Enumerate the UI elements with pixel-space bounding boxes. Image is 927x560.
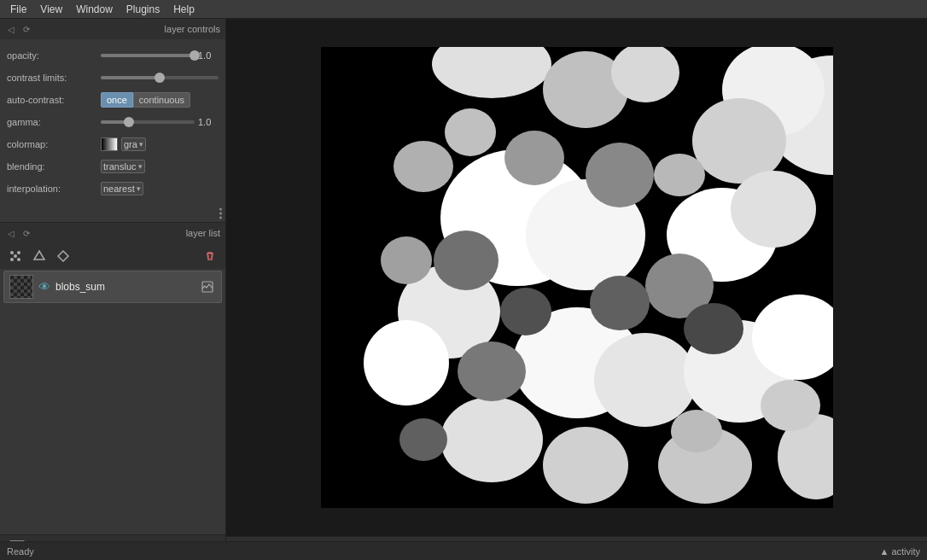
svg-point-0 [10, 251, 14, 254]
add-shapes-button[interactable] [29, 246, 50, 266]
contrast-limits-label: contrast limits: [7, 73, 101, 83]
colormap-arrow-icon: ▾ [139, 140, 143, 149]
blob-image [321, 47, 833, 508]
interpolation-select-value: nearest [103, 184, 135, 194]
colormap-select-value: gra [124, 139, 137, 149]
layer-item[interactable]: 👁 blobs_sum [3, 271, 222, 303]
layer-controls-header: ◁ ⟳ layer controls [0, 19, 225, 39]
delete-layer-button[interactable] [200, 246, 220, 266]
svg-point-40 [654, 154, 705, 196]
opacity-slider-track[interactable] [101, 54, 195, 57]
layer-list-icon-left[interactable]: ◁ [5, 227, 17, 239]
colormap-row: colormap: gra ▾ [0, 133, 225, 155]
svg-point-51 [684, 303, 743, 354]
svg-point-42 [381, 236, 432, 284]
gamma-label: gamma: [7, 117, 101, 127]
contrast-limits-fill [101, 76, 160, 79]
colormap-label: colormap: [7, 139, 101, 149]
blending-arrow-icon: ▾ [138, 162, 143, 171]
blending-select[interactable]: transluc ▾ [101, 160, 145, 173]
svg-point-52 [399, 418, 447, 461]
svg-point-1 [17, 251, 20, 254]
interpolation-select[interactable]: nearest ▾ [101, 182, 143, 195]
layer-type-icon [199, 278, 216, 295]
add-labels-button[interactable] [53, 246, 73, 266]
svg-point-31 [594, 333, 697, 427]
layer-name: blobs_sum [55, 281, 194, 293]
layer-thumb-inner [10, 276, 32, 298]
svg-point-4 [14, 254, 17, 258]
colormap-value: gra ▾ [101, 137, 219, 151]
auto-contrast-label: auto-contrast: [7, 95, 101, 105]
svg-point-38 [394, 141, 453, 192]
menu-file[interactable]: File [3, 2, 33, 17]
auto-contrast-row: auto-contrast: once continuous [0, 89, 225, 111]
svg-point-20 [692, 98, 786, 184]
opacity-row: opacity: 1.0 [0, 44, 225, 67]
colormap-preview [101, 137, 118, 151]
contrast-limits-slider-container [101, 76, 219, 79]
blending-select-value: transluc [103, 161, 137, 172]
svg-point-34 [440, 397, 543, 482]
colormap-select[interactable]: gra ▾ [121, 137, 146, 151]
image-viewport[interactable] [226, 19, 927, 536]
status-ready: Ready [7, 546, 34, 557]
interpolation-arrow-icon: ▾ [137, 184, 141, 193]
gamma-value: 1.0 [198, 117, 219, 127]
svg-point-35 [543, 427, 628, 504]
add-points-button[interactable] [5, 246, 26, 266]
layer-controls-more-button[interactable] [219, 208, 222, 219]
svg-point-2 [10, 258, 14, 261]
svg-point-50 [500, 288, 551, 335]
svg-point-39 [445, 108, 496, 156]
opacity-slider-thumb [189, 50, 200, 61]
layer-visibility-toggle[interactable]: 👁 [38, 280, 50, 294]
svg-point-41 [761, 380, 820, 431]
opacity-value: 1.0 [198, 50, 219, 61]
menu-view[interactable]: View [33, 2, 69, 17]
svg-point-3 [17, 258, 20, 261]
auto-contrast-continuous-button[interactable]: continuous [133, 92, 190, 108]
layer-controls-icon-right[interactable]: ⟳ [20, 23, 32, 35]
svg-point-44 [586, 143, 654, 207]
blending-row: blending: transluc ▾ [0, 155, 225, 178]
interpolation-row: interpolation: nearest ▾ [0, 178, 225, 200]
gamma-slider-container: 1.0 [101, 117, 219, 127]
svg-point-45 [504, 131, 564, 185]
auto-contrast-buttons: once continuous [101, 92, 190, 108]
menu-plugins[interactable]: Plugins [120, 2, 166, 17]
opacity-label: opacity: [7, 50, 101, 61]
svg-point-48 [590, 276, 650, 330]
menu-help[interactable]: Help [166, 2, 201, 17]
opacity-slider-fill [101, 54, 195, 57]
svg-point-27 [731, 171, 816, 248]
gamma-track[interactable] [101, 120, 195, 124]
status-right: ▲ activity [879, 546, 920, 557]
blending-label: blending: [7, 161, 101, 172]
contrast-limits-track[interactable] [101, 76, 219, 79]
svg-point-29 [364, 320, 449, 405]
layer-list-header: ◁ ⟳ layer list [0, 223, 225, 243]
activity-indicator[interactable]: ▲ activity [879, 546, 920, 557]
menu-window[interactable]: Window [69, 2, 120, 17]
auto-contrast-once-button[interactable]: once [101, 92, 133, 108]
layer-controls-section: ◁ ⟳ layer controls opacity: 1.0 [0, 19, 225, 223]
interpolation-label: interpolation: [7, 184, 101, 194]
layer-controls-icon-left[interactable]: ◁ [5, 23, 17, 35]
left-panel: ◁ ⟳ layer controls opacity: 1.0 [0, 19, 226, 560]
gamma-row: gamma: 1.0 [0, 111, 225, 133]
layer-list-title: layer list [36, 228, 220, 238]
layer-list-toolbar [0, 243, 225, 269]
svg-point-49 [458, 341, 526, 401]
svg-point-43 [671, 410, 722, 452]
svg-point-46 [434, 230, 498, 290]
gamma-thumb [124, 117, 134, 127]
main-layout: ◁ ⟳ layer controls opacity: 1.0 [0, 19, 927, 560]
canvas-area: 0 ▶ ⏹ ⏭ 30 | 59 [226, 19, 927, 560]
contrast-limits-thumb [154, 73, 165, 83]
layer-controls-title: layer controls [36, 24, 220, 34]
layer-thumbnail [9, 275, 33, 299]
layer-list-icon-right[interactable]: ⟳ [20, 227, 32, 239]
opacity-slider-container: 1.0 [101, 50, 219, 61]
controls-body: opacity: 1.0 contrast limits: [0, 39, 225, 205]
